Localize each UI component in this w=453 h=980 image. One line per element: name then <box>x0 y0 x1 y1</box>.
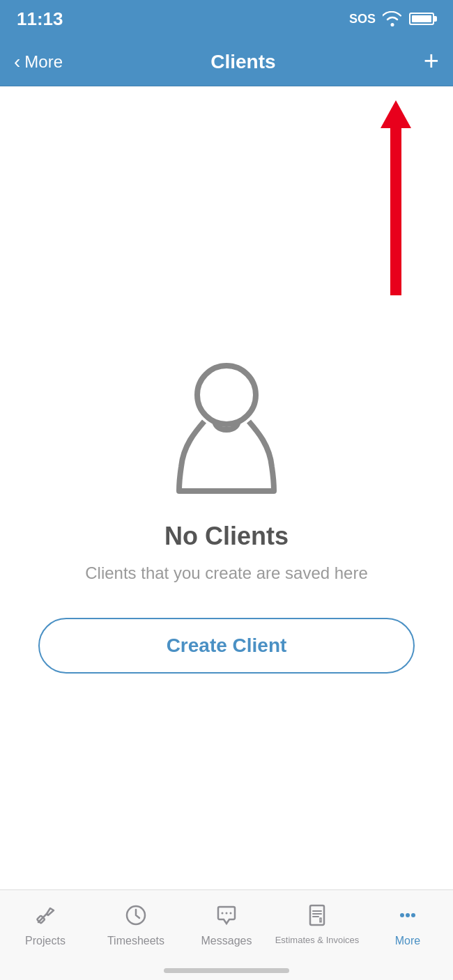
tab-bar: Projects Timesheets Messages <box>0 889 453 980</box>
chat-icon <box>211 900 242 931</box>
arrow-head <box>381 100 411 128</box>
tab-messages[interactable]: Messages <box>181 900 272 947</box>
person-silhouette-icon <box>157 345 296 498</box>
status-icons: SOS <box>349 11 436 26</box>
tab-more-label: More <box>395 935 420 947</box>
home-indicator <box>164 968 289 973</box>
tab-projects-label: Projects <box>25 935 66 947</box>
battery-icon <box>409 13 436 25</box>
back-button[interactable]: ‹ More <box>14 52 63 72</box>
tab-timesheets[interactable]: Timesheets <box>91 900 181 947</box>
back-chevron-icon: ‹ <box>14 52 20 72</box>
tab-messages-label: Messages <box>201 935 252 947</box>
status-bar: 11:13 SOS <box>0 0 453 38</box>
status-time: 11:13 <box>17 8 63 30</box>
clock-icon <box>121 900 151 931</box>
sos-label: SOS <box>349 12 376 26</box>
page-title: Clients <box>210 51 275 73</box>
arrow-shaft <box>390 128 401 295</box>
empty-state-subtitle: Clients that you create are saved here <box>85 563 368 583</box>
empty-state-title: No Clients <box>164 522 289 551</box>
svg-point-7 <box>400 913 404 917</box>
red-arrow-annotation <box>381 100 411 295</box>
add-client-button[interactable]: + <box>424 47 439 74</box>
main-content: No Clients Clients that you create are s… <box>0 86 453 889</box>
svg-rect-6 <box>310 905 324 925</box>
nav-bar: ‹ More Clients + <box>0 38 453 86</box>
svg-point-9 <box>411 913 415 917</box>
create-client-label: Create Client <box>167 635 287 657</box>
svg-point-0 <box>197 366 256 424</box>
tab-more[interactable]: More <box>362 900 453 947</box>
svg-point-5 <box>230 912 232 915</box>
tab-timesheets-label: Timesheets <box>107 935 164 947</box>
document-icon <box>302 900 332 931</box>
wifi-icon <box>383 11 402 26</box>
tab-estimates-invoices-label: Estimates & Invoices <box>275 935 360 945</box>
empty-state-icon <box>157 345 296 501</box>
more-dots-icon <box>392 900 423 931</box>
svg-point-3 <box>222 912 224 915</box>
tab-projects[interactable]: Projects <box>0 900 91 947</box>
svg-point-8 <box>406 913 410 917</box>
hammer-icon <box>30 900 61 931</box>
back-label: More <box>24 52 63 72</box>
create-client-button[interactable]: Create Client <box>38 618 415 674</box>
svg-point-4 <box>226 912 228 915</box>
tab-estimates-invoices[interactable]: Estimates & Invoices <box>272 900 362 945</box>
